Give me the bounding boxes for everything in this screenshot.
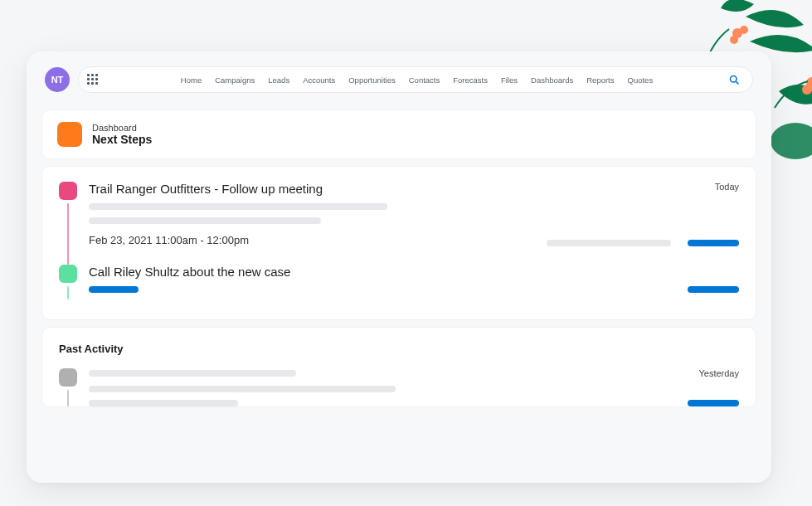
nav-opportunities[interactable]: Opportunities <box>348 75 396 85</box>
timeline-item: Call Riley Shultz about the new case <box>59 265 739 299</box>
nav-quotes[interactable]: Quotes <box>628 75 654 85</box>
nav-contacts[interactable]: Contacts <box>409 75 440 85</box>
timeline-item-title[interactable]: Trail Ranger Outfitters - Follow up meet… <box>89 182 323 196</box>
nav-dashboards[interactable]: Dashboards <box>531 75 573 85</box>
nav-campaigns[interactable]: Campaigns <box>215 75 255 85</box>
dashboard-header-card: Dashboard Next Steps <box>41 109 756 159</box>
timeline-line <box>67 390 69 406</box>
timeline-date-label: Today <box>715 182 739 192</box>
app-window: NT Home Campaigns Leads Accounts Opportu… <box>27 51 771 483</box>
svg-line-9 <box>736 81 738 84</box>
action-link[interactable] <box>688 400 739 406</box>
skeleton-line <box>89 217 321 224</box>
action-link[interactable] <box>688 240 739 246</box>
avatar[interactable]: NT <box>45 67 70 92</box>
top-bar: NT Home Campaigns Leads Accounts Opportu… <box>27 51 771 103</box>
nav-leads[interactable]: Leads <box>268 75 289 85</box>
nav-links: Home Campaigns Leads Accounts Opportunit… <box>105 75 728 85</box>
skeleton-line <box>89 370 296 377</box>
past-activity-card: Past Activity Yesterday <box>41 327 756 407</box>
page-title: Next Steps <box>92 133 152 146</box>
svg-point-3 <box>730 36 738 44</box>
svg-point-0 <box>771 123 812 159</box>
skeleton-line <box>89 386 396 392</box>
action-link[interactable] <box>688 286 739 293</box>
past-marker-icon <box>59 368 77 387</box>
svg-point-1 <box>732 28 742 38</box>
nav-home[interactable]: Home <box>181 75 202 85</box>
action-link[interactable] <box>89 286 139 293</box>
timeline-date-label: Yesterday <box>698 368 739 378</box>
nav-reports[interactable]: Reports <box>586 75 614 85</box>
svg-point-4 <box>806 77 812 89</box>
timeline-item: Yesterday <box>59 368 739 406</box>
timeline-item-time: Feb 23, 2021 11:00am - 12:00pm <box>89 234 547 246</box>
nav-accounts[interactable]: Accounts <box>303 75 335 85</box>
nav-forecasts[interactable]: Forecasts <box>453 75 488 85</box>
search-icon[interactable] <box>728 74 741 86</box>
header-kicker: Dashboard <box>92 123 152 133</box>
section-heading: Past Activity <box>59 343 739 355</box>
event-marker-icon <box>59 182 77 200</box>
skeleton-line <box>89 203 387 210</box>
nav-files[interactable]: Files <box>501 75 518 85</box>
skeleton-line <box>547 240 671 246</box>
task-marker-icon <box>59 265 77 283</box>
skeleton-line <box>89 400 238 406</box>
dashboard-icon <box>57 122 82 147</box>
svg-point-2 <box>740 26 748 34</box>
svg-point-8 <box>731 75 737 82</box>
timeline-item: Trail Ranger Outfitters - Follow up meet… <box>59 182 739 265</box>
next-steps-card: Trail Ranger Outfitters - Follow up meet… <box>41 166 756 320</box>
global-nav-bar: Home Campaigns Leads Accounts Opportunit… <box>78 66 753 93</box>
timeline-line <box>67 203 69 265</box>
timeline-item-title[interactable]: Call Riley Shultz about the new case <box>89 265 290 279</box>
timeline-line <box>67 286 69 299</box>
svg-point-6 <box>802 85 812 95</box>
app-launcher-icon[interactable] <box>87 74 99 85</box>
